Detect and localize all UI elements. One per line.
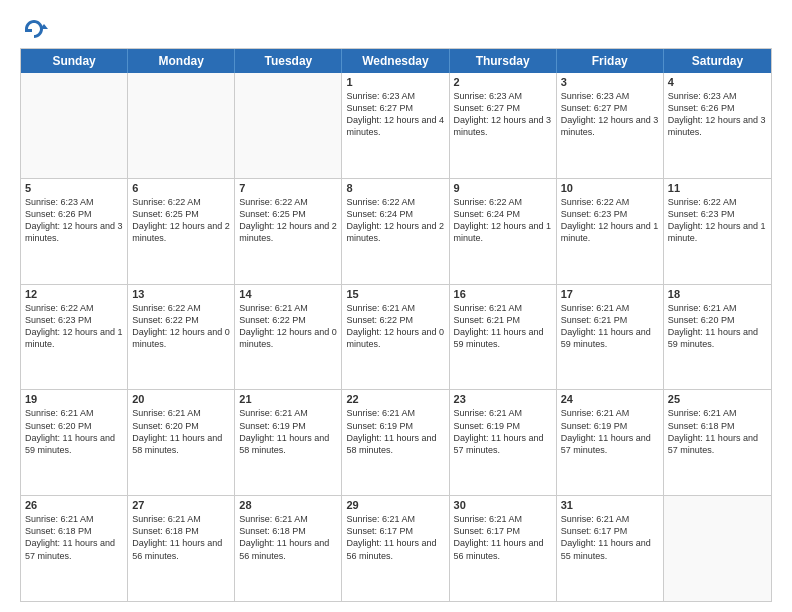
- cell-info: Sunrise: 6:23 AMSunset: 6:26 PMDaylight:…: [25, 196, 123, 245]
- calendar-row: 12Sunrise: 6:22 AMSunset: 6:23 PMDayligh…: [21, 284, 771, 390]
- header: [20, 16, 772, 44]
- cell-info: Sunrise: 6:21 AMSunset: 6:22 PMDaylight:…: [239, 302, 337, 351]
- day-number: 13: [132, 288, 230, 300]
- cell-info: Sunrise: 6:21 AMSunset: 6:17 PMDaylight:…: [561, 513, 659, 562]
- header-day-tuesday: Tuesday: [235, 49, 342, 73]
- calendar-cell: [664, 496, 771, 601]
- calendar-cell: [128, 73, 235, 178]
- calendar-cell: 11Sunrise: 6:22 AMSunset: 6:23 PMDayligh…: [664, 179, 771, 284]
- header-day-wednesday: Wednesday: [342, 49, 449, 73]
- cell-info: Sunrise: 6:21 AMSunset: 6:18 PMDaylight:…: [668, 407, 767, 456]
- calendar-cell: 29Sunrise: 6:21 AMSunset: 6:17 PMDayligh…: [342, 496, 449, 601]
- calendar-cell: 16Sunrise: 6:21 AMSunset: 6:21 PMDayligh…: [450, 285, 557, 390]
- day-number: 31: [561, 499, 659, 511]
- cell-info: Sunrise: 6:22 AMSunset: 6:24 PMDaylight:…: [346, 196, 444, 245]
- calendar-cell: 7Sunrise: 6:22 AMSunset: 6:25 PMDaylight…: [235, 179, 342, 284]
- day-number: 30: [454, 499, 552, 511]
- calendar-body: 1Sunrise: 6:23 AMSunset: 6:27 PMDaylight…: [21, 73, 771, 601]
- day-number: 14: [239, 288, 337, 300]
- day-number: 21: [239, 393, 337, 405]
- calendar-cell: 19Sunrise: 6:21 AMSunset: 6:20 PMDayligh…: [21, 390, 128, 495]
- day-number: 11: [668, 182, 767, 194]
- calendar-cell: 18Sunrise: 6:21 AMSunset: 6:20 PMDayligh…: [664, 285, 771, 390]
- day-number: 6: [132, 182, 230, 194]
- cell-info: Sunrise: 6:22 AMSunset: 6:25 PMDaylight:…: [132, 196, 230, 245]
- day-number: 19: [25, 393, 123, 405]
- cell-info: Sunrise: 6:21 AMSunset: 6:18 PMDaylight:…: [25, 513, 123, 562]
- calendar-cell: 4Sunrise: 6:23 AMSunset: 6:26 PMDaylight…: [664, 73, 771, 178]
- day-number: 3: [561, 76, 659, 88]
- cell-info: Sunrise: 6:21 AMSunset: 6:17 PMDaylight:…: [454, 513, 552, 562]
- header-day-thursday: Thursday: [450, 49, 557, 73]
- cell-info: Sunrise: 6:21 AMSunset: 6:20 PMDaylight:…: [668, 302, 767, 351]
- calendar-cell: 31Sunrise: 6:21 AMSunset: 6:17 PMDayligh…: [557, 496, 664, 601]
- calendar-cell: [235, 73, 342, 178]
- cell-info: Sunrise: 6:22 AMSunset: 6:23 PMDaylight:…: [25, 302, 123, 351]
- cell-info: Sunrise: 6:22 AMSunset: 6:23 PMDaylight:…: [561, 196, 659, 245]
- calendar-cell: 23Sunrise: 6:21 AMSunset: 6:19 PMDayligh…: [450, 390, 557, 495]
- calendar-cell: 25Sunrise: 6:21 AMSunset: 6:18 PMDayligh…: [664, 390, 771, 495]
- logo-icon: [20, 16, 48, 44]
- calendar-cell: 28Sunrise: 6:21 AMSunset: 6:18 PMDayligh…: [235, 496, 342, 601]
- cell-info: Sunrise: 6:23 AMSunset: 6:27 PMDaylight:…: [561, 90, 659, 139]
- calendar-cell: 21Sunrise: 6:21 AMSunset: 6:19 PMDayligh…: [235, 390, 342, 495]
- cell-info: Sunrise: 6:21 AMSunset: 6:21 PMDaylight:…: [561, 302, 659, 351]
- day-number: 27: [132, 499, 230, 511]
- day-number: 16: [454, 288, 552, 300]
- cell-info: Sunrise: 6:21 AMSunset: 6:17 PMDaylight:…: [346, 513, 444, 562]
- cell-info: Sunrise: 6:22 AMSunset: 6:22 PMDaylight:…: [132, 302, 230, 351]
- day-number: 10: [561, 182, 659, 194]
- calendar-cell: 6Sunrise: 6:22 AMSunset: 6:25 PMDaylight…: [128, 179, 235, 284]
- calendar-cell: 12Sunrise: 6:22 AMSunset: 6:23 PMDayligh…: [21, 285, 128, 390]
- header-day-saturday: Saturday: [664, 49, 771, 73]
- calendar-cell: 27Sunrise: 6:21 AMSunset: 6:18 PMDayligh…: [128, 496, 235, 601]
- day-number: 5: [25, 182, 123, 194]
- day-number: 2: [454, 76, 552, 88]
- calendar-cell: 17Sunrise: 6:21 AMSunset: 6:21 PMDayligh…: [557, 285, 664, 390]
- calendar-cell: 5Sunrise: 6:23 AMSunset: 6:26 PMDaylight…: [21, 179, 128, 284]
- page: SundayMondayTuesdayWednesdayThursdayFrid…: [0, 0, 792, 612]
- calendar-row: 1Sunrise: 6:23 AMSunset: 6:27 PMDaylight…: [21, 73, 771, 178]
- cell-info: Sunrise: 6:21 AMSunset: 6:22 PMDaylight:…: [346, 302, 444, 351]
- cell-info: Sunrise: 6:21 AMSunset: 6:20 PMDaylight:…: [25, 407, 123, 456]
- day-number: 22: [346, 393, 444, 405]
- calendar-cell: 20Sunrise: 6:21 AMSunset: 6:20 PMDayligh…: [128, 390, 235, 495]
- calendar: SundayMondayTuesdayWednesdayThursdayFrid…: [20, 48, 772, 602]
- calendar-cell: 13Sunrise: 6:22 AMSunset: 6:22 PMDayligh…: [128, 285, 235, 390]
- calendar-cell: 22Sunrise: 6:21 AMSunset: 6:19 PMDayligh…: [342, 390, 449, 495]
- day-number: 18: [668, 288, 767, 300]
- calendar-cell: 9Sunrise: 6:22 AMSunset: 6:24 PMDaylight…: [450, 179, 557, 284]
- cell-info: Sunrise: 6:21 AMSunset: 6:20 PMDaylight:…: [132, 407, 230, 456]
- day-number: 7: [239, 182, 337, 194]
- calendar-row: 19Sunrise: 6:21 AMSunset: 6:20 PMDayligh…: [21, 389, 771, 495]
- day-number: 12: [25, 288, 123, 300]
- calendar-cell: 24Sunrise: 6:21 AMSunset: 6:19 PMDayligh…: [557, 390, 664, 495]
- cell-info: Sunrise: 6:21 AMSunset: 6:19 PMDaylight:…: [239, 407, 337, 456]
- calendar-cell: 8Sunrise: 6:22 AMSunset: 6:24 PMDaylight…: [342, 179, 449, 284]
- cell-info: Sunrise: 6:21 AMSunset: 6:18 PMDaylight:…: [132, 513, 230, 562]
- day-number: 9: [454, 182, 552, 194]
- day-number: 26: [25, 499, 123, 511]
- calendar-cell: 2Sunrise: 6:23 AMSunset: 6:27 PMDaylight…: [450, 73, 557, 178]
- cell-info: Sunrise: 6:21 AMSunset: 6:19 PMDaylight:…: [561, 407, 659, 456]
- calendar-row: 5Sunrise: 6:23 AMSunset: 6:26 PMDaylight…: [21, 178, 771, 284]
- day-number: 15: [346, 288, 444, 300]
- cell-info: Sunrise: 6:21 AMSunset: 6:18 PMDaylight:…: [239, 513, 337, 562]
- calendar-cell: 1Sunrise: 6:23 AMSunset: 6:27 PMDaylight…: [342, 73, 449, 178]
- day-number: 23: [454, 393, 552, 405]
- calendar-cell: 15Sunrise: 6:21 AMSunset: 6:22 PMDayligh…: [342, 285, 449, 390]
- logo: [20, 16, 52, 44]
- day-number: 20: [132, 393, 230, 405]
- cell-info: Sunrise: 6:21 AMSunset: 6:19 PMDaylight:…: [346, 407, 444, 456]
- calendar-row: 26Sunrise: 6:21 AMSunset: 6:18 PMDayligh…: [21, 495, 771, 601]
- calendar-cell: 14Sunrise: 6:21 AMSunset: 6:22 PMDayligh…: [235, 285, 342, 390]
- day-number: 17: [561, 288, 659, 300]
- day-number: 8: [346, 182, 444, 194]
- day-number: 24: [561, 393, 659, 405]
- calendar-cell: 26Sunrise: 6:21 AMSunset: 6:18 PMDayligh…: [21, 496, 128, 601]
- calendar-cell: 10Sunrise: 6:22 AMSunset: 6:23 PMDayligh…: [557, 179, 664, 284]
- cell-info: Sunrise: 6:21 AMSunset: 6:19 PMDaylight:…: [454, 407, 552, 456]
- day-number: 4: [668, 76, 767, 88]
- cell-info: Sunrise: 6:22 AMSunset: 6:23 PMDaylight:…: [668, 196, 767, 245]
- calendar-cell: [21, 73, 128, 178]
